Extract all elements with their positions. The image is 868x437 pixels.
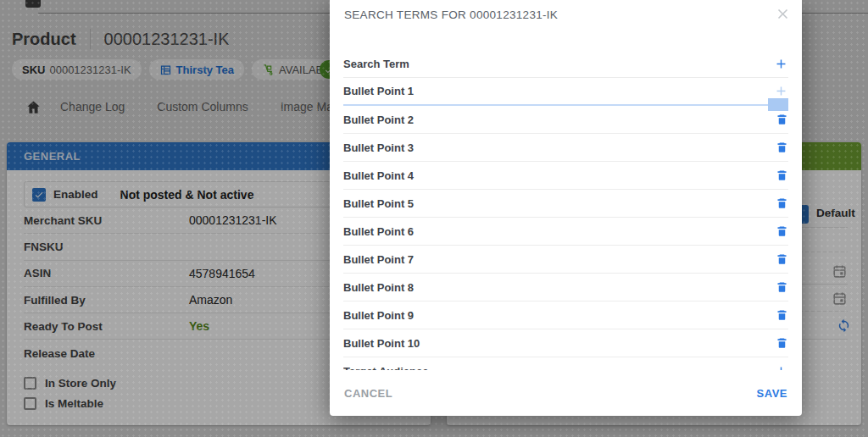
delete-icon[interactable]: [776, 141, 788, 154]
modal-row-label: Bullet Point 9: [343, 309, 414, 322]
modal-row: Bullet Point 7: [343, 246, 788, 274]
modal-row: Bullet Point 9: [343, 301, 788, 329]
modal-row-label: Bullet Point 3: [343, 141, 414, 154]
add-icon[interactable]: [774, 364, 788, 371]
delete-icon[interactable]: [776, 308, 788, 322]
delete-icon[interactable]: [776, 196, 788, 210]
modal-row: Bullet Point 3: [343, 134, 788, 162]
modal-row: Bullet Point 4: [343, 162, 788, 190]
modal-row: Bullet Point 5: [343, 190, 788, 218]
modal-row-label: Bullet Point 4: [343, 169, 414, 182]
modal-row-label: Bullet Point 2: [343, 113, 414, 126]
modal-row: Bullet Point 6: [343, 218, 788, 246]
modal-title: SEARCH TERMS FOR 00001231231-IK: [344, 8, 558, 21]
save-button[interactable]: SAVE: [757, 387, 787, 400]
add-icon[interactable]: [774, 84, 788, 98]
delete-icon[interactable]: [776, 280, 788, 294]
modal-row-label: Bullet Point 5: [343, 197, 414, 210]
delete-icon[interactable]: [776, 252, 788, 266]
delete-icon[interactable]: [776, 169, 788, 182]
modal-row-label: Search Term: [343, 58, 409, 70]
delete-icon[interactable]: [776, 336, 788, 350]
modal-row: Bullet Point 2: [343, 106, 788, 134]
modal-row-label: Bullet Point 6: [343, 225, 414, 238]
modal-row-label: Bullet Point 1: [343, 85, 414, 97]
delete-icon[interactable]: [776, 224, 788, 238]
search-terms-modal: SEARCH TERMS FOR 00001231231-IK Search T…: [330, 0, 802, 416]
modal-row-label: Bullet Point 8: [343, 281, 414, 294]
delete-icon[interactable]: [776, 113, 788, 126]
modal-footer: CANCEL SAVE: [330, 370, 802, 416]
add-icon[interactable]: [774, 57, 788, 71]
cancel-button[interactable]: CANCEL: [344, 387, 392, 400]
modal-row: Bullet Point 10: [343, 329, 788, 357]
modal-row-label: Bullet Point 10: [343, 337, 420, 350]
modal-row-label: Bullet Point 7: [343, 253, 414, 266]
modal-row: Search Term: [343, 50, 788, 78]
modal-row: Bullet Point 1: [343, 78, 788, 106]
modal-row: Target Audience: [343, 357, 788, 370]
close-icon[interactable]: [775, 6, 791, 22]
modal-row: Bullet Point 8: [343, 274, 788, 301]
search-terms-list: Search TermBullet Point 1Bullet Point 2B…: [343, 50, 788, 370]
